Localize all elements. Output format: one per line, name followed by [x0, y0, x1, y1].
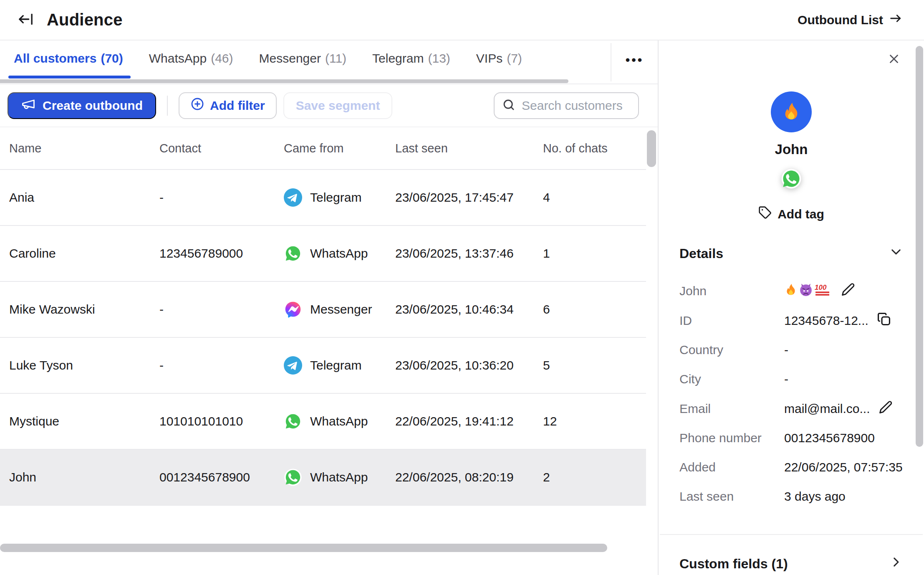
cell-last-seen: 22/06/2025, 19:41:12 [395, 414, 543, 428]
outbound-list-link[interactable]: Outbound List [798, 12, 902, 28]
cell-last-seen: 23/06/2025, 10:46:34 [395, 302, 543, 317]
telegram-icon [284, 356, 302, 375]
details-section-header[interactable]: Details [679, 245, 903, 262]
segment-tabbar: All customers (70) WhatsApp (46) Messeng… [0, 41, 658, 84]
create-outbound-label: Create outbound [43, 99, 143, 113]
create-outbound-button[interactable]: Create outbound [8, 92, 156, 119]
table-row[interactable]: Ania - Telegram 23/06/2025, 17:45:47 4 [0, 170, 646, 226]
tab-label: VIPs [476, 51, 502, 66]
customer-name: John [775, 142, 808, 157]
cell-name: Ania [9, 190, 159, 205]
whatsapp-icon [284, 468, 302, 486]
detail-row: Country - [679, 342, 903, 358]
active-tab-underline [8, 76, 131, 79]
close-icon [887, 52, 901, 68]
column-header-last-seen: Last seen [395, 142, 543, 155]
add-filter-button[interactable]: Add filter [179, 92, 277, 119]
detail-value: 3 days ago [784, 489, 846, 504]
custom-fields-header[interactable]: Custom fields (1) [679, 555, 903, 572]
copy-icon [877, 312, 891, 329]
customers-section: All customers (70) WhatsApp (46) Messeng… [0, 41, 659, 575]
page-title: Audience [47, 10, 123, 29]
close-panel-button[interactable] [886, 51, 902, 68]
cell-contact: 123456789000 [159, 246, 284, 261]
back-button[interactable] [17, 11, 35, 29]
table-vertical-scrollbar[interactable] [647, 130, 656, 167]
detail-row: Email mail@mail.co... [679, 400, 903, 417]
tab-label: Messenger [259, 51, 321, 66]
panel-vertical-scrollbar[interactable] [916, 46, 923, 447]
table-horizontal-scrollbar[interactable] [0, 544, 607, 552]
cell-name: Mystique [9, 414, 159, 428]
tab-all-customers[interactable]: All customers (70) [14, 51, 123, 66]
details-title: Details [679, 246, 723, 261]
cell-chats: 6 [543, 302, 646, 317]
edit-name-button[interactable] [841, 282, 855, 299]
arrow-left-to-line-icon [18, 11, 34, 29]
column-header-chats: No. of chats [543, 142, 646, 155]
detail-row: Last seen 3 days ago [679, 488, 903, 505]
table-header-row: Name Contact Came from Last seen No. of … [0, 127, 646, 170]
outbound-list-label: Outbound List [798, 13, 883, 27]
tag-icon [758, 206, 772, 222]
cell-name: Luke Tyson [9, 358, 159, 372]
cell-contact: - [159, 358, 284, 372]
cell-contact: 101010101010 [159, 414, 284, 428]
channel-label: Telegram [310, 190, 361, 205]
cell-last-seen: 23/06/2025, 13:37:46 [395, 246, 543, 261]
cell-chats: 4 [543, 190, 646, 205]
cell-chats: 2 [543, 470, 646, 484]
tab-label: Telegram [372, 51, 424, 66]
tab-label: All customers [14, 51, 96, 66]
tab-telegram[interactable]: Telegram (13) [372, 51, 450, 66]
tab-count: (46) [211, 51, 233, 66]
copy-id-button[interactable] [877, 312, 891, 329]
column-header-came-from: Came from [284, 142, 395, 155]
tab-messenger[interactable]: Messenger (11) [259, 51, 347, 66]
tab-count: (70) [101, 51, 123, 66]
tab-whatsapp[interactable]: WhatsApp (46) [149, 51, 233, 66]
tab-vips[interactable]: VIPs (7) [476, 51, 522, 66]
audience-app: Audience Outbound List All customers (70… [0, 0, 924, 575]
cell-contact: - [159, 302, 284, 317]
tab-count: (11) [325, 51, 346, 66]
whatsapp-icon [284, 412, 302, 431]
customers-table: Name Contact Came from Last seen No. of … [0, 127, 646, 506]
table-row[interactable]: Caroline 123456789000 WhatsApp 23/06/202… [0, 226, 646, 282]
detail-label: John [679, 284, 784, 298]
add-tag-button[interactable]: Add tag [758, 206, 824, 222]
cell-name: Mike Wazowski [9, 302, 159, 317]
chevron-right-icon [889, 555, 903, 572]
search-customers-input[interactable] [522, 99, 631, 113]
plus-circle-icon [190, 97, 204, 114]
cell-name: Caroline [9, 246, 159, 261]
tabs-horizontal-scrollbar[interactable] [0, 79, 568, 83]
table-row[interactable]: Mystique 101010101010 WhatsApp 22/06/202… [0, 394, 646, 450]
table-row[interactable]: Mike Wazowski - Messenger 23/06/2025, 10… [0, 282, 646, 338]
customer-avatar: 🔥 [771, 91, 812, 132]
detail-label: ID [679, 314, 784, 328]
channel-label: WhatsApp [310, 414, 368, 428]
more-tabs-button[interactable]: ••• [611, 43, 658, 81]
detail-value-emojis: 🔥👿💯 100 [784, 282, 833, 299]
pencil-icon [841, 282, 855, 299]
panel-divider [660, 534, 923, 535]
whatsapp-icon [284, 244, 302, 263]
fire-emoji-icon [781, 101, 801, 123]
table-row[interactable]: John 0012345678900 WhatsApp 22/06/2025, … [0, 450, 646, 506]
save-segment-label: Save segment [296, 99, 380, 113]
customer-channel-badge [781, 168, 802, 189]
detail-row: Phone number 0012345678900 [679, 430, 903, 446]
detail-value: 22/06/2025, 07:57:35 [784, 460, 903, 474]
detail-label: Last seen [679, 489, 784, 504]
detail-label: Email [679, 402, 784, 416]
column-header-contact: Contact [159, 142, 284, 155]
save-segment-button[interactable]: Save segment [283, 92, 393, 119]
detail-row: ID 12345678-12... [679, 312, 903, 329]
edit-email-button[interactable] [879, 400, 893, 417]
table-row[interactable]: Luke Tyson - Telegram 23/06/2025, 10:36:… [0, 338, 646, 394]
detail-value: mail@mail.co... [784, 402, 870, 416]
channel-label: Messenger [310, 302, 372, 317]
column-header-name: Name [9, 142, 159, 155]
megaphone-icon [21, 96, 36, 114]
